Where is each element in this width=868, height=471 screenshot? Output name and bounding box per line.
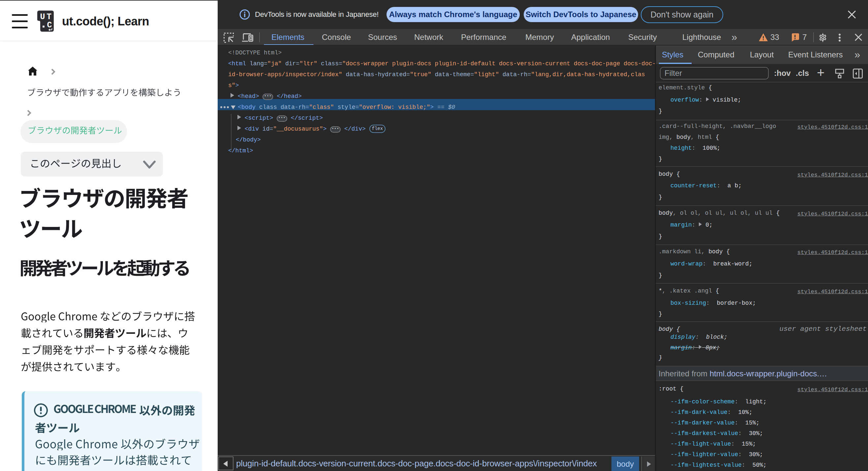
svg-text:C: C bbox=[47, 21, 52, 30]
